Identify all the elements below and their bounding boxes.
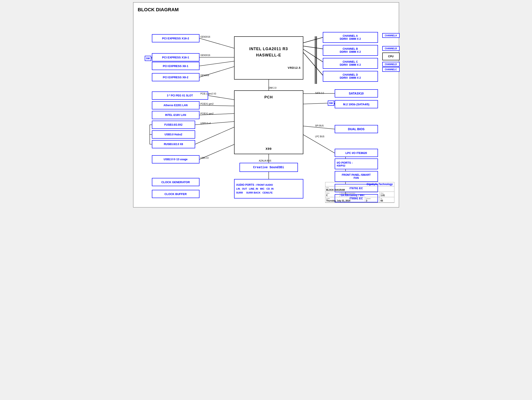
audio-ports-title: AUDIO PORTS : FRONT AUDIO xyxy=(236,183,273,186)
lpc-io-box: LPC I/O ITE8620 xyxy=(335,149,378,157)
channelb-tag: CHANNELB xyxy=(382,46,399,51)
footer-file-cell: File BLOCK DIAGRAM xyxy=(325,186,394,192)
usb3-x4-label: USB3.0 x4 xyxy=(201,122,211,125)
m2-box: M.2 10Gb (SATA4/5) xyxy=(335,100,378,108)
sw1-box: SW xyxy=(145,56,151,61)
svg-line-0 xyxy=(199,38,234,48)
diagram-area: PCI EXPRESS X16-2 PCI EXPRESS X16-1 PCI … xyxy=(138,15,394,203)
footer-sheet-label: Sheet xyxy=(366,198,379,200)
channela-tag: CHANNELA xyxy=(382,33,399,38)
creative-sound-box: Creative Sound3Di xyxy=(240,163,298,172)
pci-peg-x1-slot-box: 3 * PCI PEG X1 SLOT xyxy=(152,91,208,100)
cpu-label-line1: INTEL LGA2011 R3 xyxy=(249,47,288,51)
svg-line-13 xyxy=(303,103,328,104)
usb2-label-tag: USB 2.0 xyxy=(201,157,209,159)
footer-doc-cell: Document Number GA-X99-Gaming 7 WIFI xyxy=(340,192,380,197)
sw2-box: SW xyxy=(328,100,334,106)
lpc-bus-label: LPC BUS xyxy=(315,135,324,138)
svg-line-8 xyxy=(303,53,323,75)
channel-d-box: CHANNEL D DDRIV DIMM X 2 xyxy=(323,71,378,82)
channel-b-box: CHANNEL B DDRIV DIMM X 2 xyxy=(323,45,378,56)
footer-date-label: Date xyxy=(326,198,364,200)
page-title: BLOCK DIAGRAM xyxy=(138,7,394,12)
footer-date-value: Thursday, July 31, 2014 xyxy=(326,200,364,202)
usb3-hub-box: USB3.0 Hubx2 xyxy=(152,130,195,139)
gen3x16-top-label: GEN3X16 xyxy=(201,36,210,38)
channel-a-box: CHANNEL A DDRIV DIMM X 2 xyxy=(323,32,378,43)
intel-cpu-box: INTEL LGA2011 R3 HASWELL-E VRD12.5 xyxy=(234,36,303,80)
svg-line-2 xyxy=(199,61,234,66)
audio-ports-box: AUDIO PORTS : FRONT AUDIO LIN_ OUT LINE_… xyxy=(234,179,303,199)
pci-express-x16-1-box: PCI EXPRESS X16-1 xyxy=(152,53,199,61)
pch-box: PCH X99 xyxy=(234,90,303,154)
svg-line-6 xyxy=(303,46,323,49)
footer-file-value: BLOCK DIAGRAM xyxy=(326,189,393,191)
pci-express-x8-2-box: PCI EXPRESS X8-2 xyxy=(152,73,199,81)
azalia-bus-label: AZALIA BUS xyxy=(259,160,271,162)
page: BLOCK DIAGRAM xyxy=(133,2,399,207)
footer-doc-label: Document Number xyxy=(341,192,379,194)
footer-of-cell: of 65 xyxy=(380,197,394,202)
footer-rev-value: 1.01 xyxy=(380,194,393,197)
footer-sheet-value: 3 xyxy=(366,200,379,202)
io-ports-box: I/O PORTS : KB/PS2 xyxy=(335,158,378,169)
cpu-tag: CPU xyxy=(382,53,399,60)
atheros-e2201-box: Atheros E2201 LAN xyxy=(152,101,199,109)
cpu-label-line2: HASWELL-E xyxy=(256,53,281,57)
pciex1-gen2-1-label: PCIEX1 gen2 xyxy=(201,103,214,105)
clock-generator-box: CLOCK GENERATOR xyxy=(152,178,199,186)
footer-of-value: 65 xyxy=(380,200,393,202)
rusb-box: RUSB3.0/2.0 X8 xyxy=(152,140,195,148)
pci-express-x8-1-box: PCI EXPRESS X8-1 xyxy=(152,62,199,70)
footer-company: Gigabyte Technology xyxy=(325,182,394,186)
channeld-tag: CHANNELD xyxy=(382,62,399,67)
dual-bios-box: DUAL BIOS xyxy=(335,125,378,133)
footer-rev-label: Rev xyxy=(380,192,393,194)
channel-c-box: CHANNEL C DDRIV DIMM X 2 xyxy=(323,58,378,69)
spi-bus-label: SPI BUS xyxy=(315,125,324,127)
channelc-tag: CHANNELC xyxy=(382,67,399,72)
pciex1-gen2-2-label: PCIEX1 gen2 xyxy=(201,112,214,115)
usb2-box: USB2.0 0~13 usage xyxy=(152,155,199,163)
svg-line-20 xyxy=(208,96,234,100)
footer-size-label: Size xyxy=(326,192,339,194)
footer: Gigabyte Technology File BLOCK DIAGRAM S… xyxy=(325,182,394,203)
gen3x8-label: GEN3X8 xyxy=(201,74,209,76)
front-panel-box: FRONT PANEL /SMART FAN xyxy=(335,171,378,182)
sata3x10-box: SATA3X10 xyxy=(335,89,378,98)
sata30-label: SATA 3.0 xyxy=(315,92,324,94)
fusb-box: FUSB3.0/2.0X2 xyxy=(152,121,195,129)
footer-size-cell: Size C xyxy=(325,192,340,197)
gen3x16-mid-label: GEN3X16 xyxy=(201,54,210,56)
intel-i218v-box: INTEL i218V LAN xyxy=(152,111,199,119)
svg-line-7 xyxy=(303,49,323,62)
footer-file-label: File xyxy=(326,187,393,189)
footer-date-cell: Date Thursday, July 31, 2014 xyxy=(325,197,365,202)
svg-line-5 xyxy=(303,38,323,43)
footer-sheet-cell: Sheet 3 xyxy=(365,197,380,202)
clock-buffer-box: CLOCK BUFFER xyxy=(152,190,199,198)
footer-size-value: C xyxy=(326,194,339,197)
pcie1-gen2-x3-label: PCIE-1 gen2 X3 xyxy=(201,93,216,95)
cpu-label-vrd: VRD12.5 xyxy=(288,66,303,69)
svg-line-28 xyxy=(195,127,234,144)
svg-line-21 xyxy=(199,105,234,106)
footer-of-label: of xyxy=(380,198,393,200)
dmi-label: DMI 2.0 xyxy=(269,87,277,89)
footer-doc-value: GA-X99-Gaming 7 WIFI xyxy=(341,194,379,197)
pci-express-x16-2-box: PCI EXPRESS X16-2 xyxy=(152,34,199,42)
footer-rev-cell: Rev 1.01 xyxy=(380,192,394,197)
